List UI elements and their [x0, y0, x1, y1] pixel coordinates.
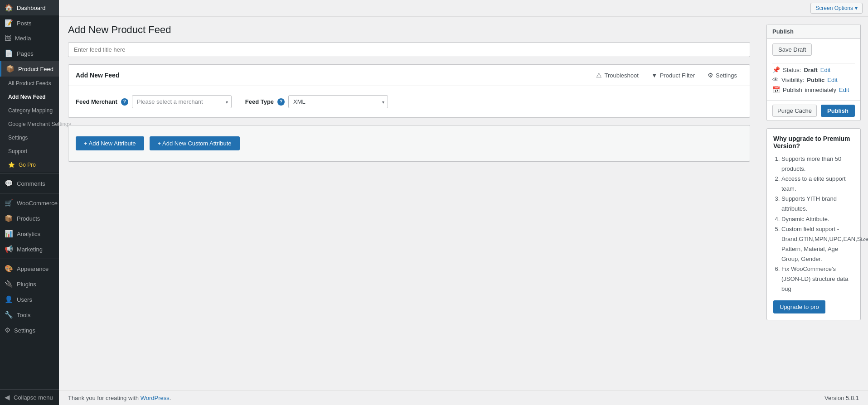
settings-sub-label: Settings: [8, 135, 28, 141]
sidebar-item-settings-sub[interactable]: Settings: [0, 131, 59, 145]
sidebar-item-label: Settings: [14, 327, 35, 334]
troubleshoot-button[interactable]: ⚠ Troubleshoot: [591, 69, 644, 81]
sidebar-item-pages[interactable]: 📄 Pages: [0, 46, 59, 61]
media-icon: 🖼: [5, 34, 11, 42]
visibility-edit-link[interactable]: Edit: [827, 77, 837, 83]
status-edit-link[interactable]: Edit: [820, 67, 830, 73]
publish-visibility-row: 👁 Visibility: Public Edit: [772, 76, 855, 83]
sidebar-item-dashboard[interactable]: 🏠 Dashboard: [0, 0, 59, 15]
sidebar-item-google-merchant[interactable]: Google Merchant Settings: [0, 117, 59, 131]
feed-type-help-icon[interactable]: ?: [277, 98, 285, 106]
status-label: Status:: [783, 67, 801, 73]
premium-title: Why upgrade to Premium Version?: [773, 135, 854, 149]
footer-text: Thank you for creating with WordPress.: [68, 395, 171, 401]
sidebar-item-marketing[interactable]: 📢 Marketing: [0, 241, 59, 257]
sidebar-item-label: Product Feed: [18, 66, 53, 72]
publish-date-row: 📅 Publish immediately Edit: [772, 86, 855, 93]
publish-status-row: 📌 Status: Draft Edit: [772, 66, 855, 73]
feed-title-input[interactable]: [68, 42, 750, 57]
screen-options-button[interactable]: Screen Options ▾: [810, 3, 863, 14]
sidebar-item-products[interactable]: 📦 Products: [0, 211, 59, 226]
panel-actions: ⚠ Troubleshoot ▼ Product Filter ⚙ Settin…: [591, 69, 742, 81]
publish-button[interactable]: Publish: [821, 105, 855, 117]
main-area: Screen Options ▾ Add New Product Feed Ad…: [59, 0, 868, 405]
woocommerce-icon: 🛒: [5, 199, 13, 207]
product-filter-button[interactable]: ▼ Product Filter: [646, 69, 700, 81]
support-label: Support: [8, 148, 27, 154]
feed-type-select[interactable]: XML CSV TSV JSON: [288, 95, 388, 108]
page-title: Add New Product Feed: [68, 24, 750, 36]
upgrade-to-pro-button[interactable]: Upgrade to pro: [773, 300, 825, 313]
publish-box: Publish Save Draft 📌 Status: Draft Edit …: [766, 24, 861, 121]
sidebar-item-media[interactable]: 🖼 Media: [0, 31, 59, 46]
filter-icon: ▼: [651, 72, 658, 79]
sidebar-item-comments[interactable]: 💬 Comments: [0, 176, 59, 191]
settings-action-label: Settings: [716, 72, 737, 79]
settings-action-button[interactable]: ⚙ Settings: [702, 69, 742, 81]
sidebar-item-product-feed[interactable]: 📦 Product Feed: [0, 61, 59, 77]
sidebar-item-appearance[interactable]: 🎨 Appearance: [0, 261, 59, 276]
gear-icon: ⚙: [708, 72, 713, 79]
premium-box: Why upgrade to Premium Version? Supports…: [766, 128, 861, 320]
sidebar-item-label: Comments: [17, 180, 45, 187]
dashboard-icon: 🏠: [5, 4, 13, 12]
visibility-icon: 👁: [772, 76, 779, 83]
sidebar: 🏠 Dashboard 📝 Posts 🖼 Media 📄 Pages 📦 Pr…: [0, 0, 59, 405]
sidebar-divider-3: [0, 259, 59, 259]
plugins-icon: 🔌: [5, 280, 13, 288]
merchant-help-icon[interactable]: ?: [121, 98, 128, 106]
settings-icon: ⚙: [5, 326, 10, 334]
products-icon: 📦: [5, 214, 13, 222]
merchant-select[interactable]: Please select a merchant: [132, 95, 232, 108]
sidebar-item-settings[interactable]: ⚙ Settings: [0, 323, 59, 338]
sidebar-item-go-pro[interactable]: ⭐ Go Pro: [0, 158, 59, 172]
product-filter-label: Product Filter: [660, 72, 695, 79]
wordpress-link[interactable]: WordPress: [141, 395, 170, 401]
feed-panel: Add New Feed ⚠ Troubleshoot ▼ Product Fi…: [68, 64, 750, 118]
collapse-icon: ◀: [5, 393, 10, 401]
purge-cache-button[interactable]: Purge Cache: [772, 105, 817, 117]
sidebar-item-tools[interactable]: 🔧 Tools: [0, 307, 59, 323]
sidebar-submenu-product-feed: All Product Feeds Add New Feed Category …: [0, 77, 59, 172]
premium-list: Supports more than 50 products. Access t…: [773, 154, 854, 294]
sidebar-item-category-mapping[interactable]: Category Mapping: [0, 104, 59, 117]
publish-separator-1: [772, 63, 855, 63]
sidebar-item-analytics[interactable]: 📊 Analytics: [0, 226, 59, 241]
sidebar-item-support[interactable]: Support: [0, 145, 59, 158]
status-icon: 📌: [772, 66, 780, 73]
visibility-value: Public: [807, 77, 824, 83]
content-area: Add New Product Feed Add New Feed ⚠ Trou…: [59, 17, 868, 391]
sidebar-item-label: Posts: [17, 20, 32, 27]
main-column: Add New Product Feed Add New Feed ⚠ Trou…: [59, 17, 759, 391]
chevron-down-icon: ▾: [855, 5, 858, 11]
add-attr-label: + Add New Attribute: [84, 140, 136, 147]
sidebar-divider-2: [0, 193, 59, 193]
product-feed-icon: 📦: [6, 65, 15, 73]
sidebar-item-add-new-feed[interactable]: Add New Feed: [0, 90, 59, 104]
sidebar-item-all-feeds[interactable]: All Product Feeds: [0, 77, 59, 90]
sidebar-item-woocommerce[interactable]: 🛒 WooCommerce: [0, 195, 59, 211]
add-new-custom-attribute-button[interactable]: + Add New Custom Attribute: [150, 136, 240, 150]
premium-list-item: Supports more than 50 products.: [781, 154, 854, 174]
sidebar-item-label: Appearance: [17, 265, 48, 272]
users-icon: 👤: [5, 295, 13, 304]
premium-list-item: Dynamic Attribute.: [781, 214, 854, 224]
sidebar-item-label: Tools: [17, 312, 30, 318]
version-text: Version 5.8.1: [824, 395, 859, 401]
right-sidebar: Publish Save Draft 📌 Status: Draft Edit …: [759, 17, 868, 391]
add-new-attribute-button[interactable]: + Add New Attribute: [76, 136, 144, 150]
sidebar-item-users[interactable]: 👤 Users: [0, 292, 59, 307]
visibility-label: Visibility:: [781, 77, 804, 83]
sidebar-item-plugins[interactable]: 🔌 Plugins: [0, 276, 59, 292]
publish-edit-link[interactable]: Edit: [839, 87, 849, 93]
premium-list-item: Access to a elite support team.: [781, 174, 854, 194]
sidebar-item-label: Products: [17, 215, 40, 222]
appearance-icon: 🎨: [5, 265, 13, 273]
sidebar-item-collapse[interactable]: ◀ Collapse menu: [0, 389, 59, 405]
sidebar-item-posts[interactable]: 📝 Posts: [0, 15, 59, 31]
posts-icon: 📝: [5, 19, 13, 27]
star-icon: ⭐: [8, 162, 15, 168]
save-draft-button[interactable]: Save Draft: [772, 43, 812, 56]
category-mapping-label: Category Mapping: [8, 107, 53, 114]
status-value: Draft: [804, 67, 817, 73]
